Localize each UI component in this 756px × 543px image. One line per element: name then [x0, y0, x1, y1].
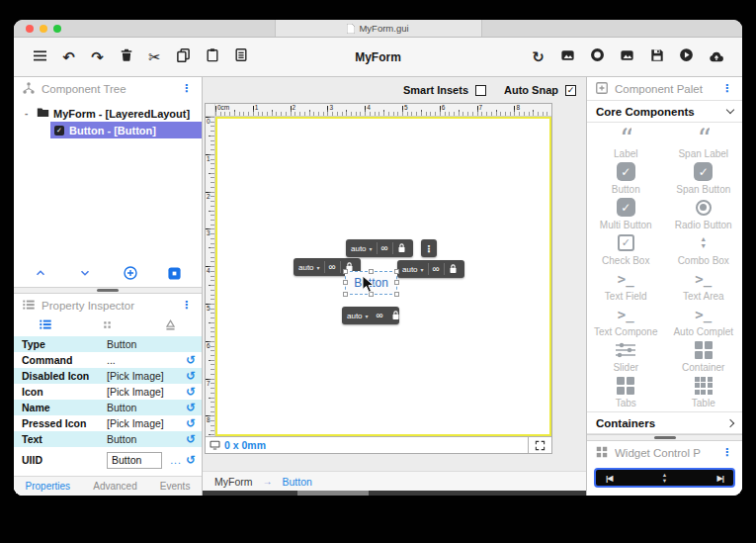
property-value[interactable]: Button	[107, 433, 182, 445]
palette-item-multi-button[interactable]: ✓Multi Button	[587, 196, 665, 231]
palette-item-text-area[interactable]: >_Text Area	[665, 267, 743, 303]
breadcrumb-myform[interactable]: MyForm	[214, 476, 253, 488]
resize-handle[interactable]	[343, 269, 348, 274]
document-tab[interactable]: MyForm.gui	[275, 20, 482, 37]
lock-icon[interactable]	[397, 239, 406, 257]
fullscreen-button[interactable]	[528, 437, 551, 453]
reset-property-button[interactable]: ↺	[186, 353, 196, 367]
tab-events[interactable]: Events	[160, 481, 191, 492]
widget-menu-button[interactable]: ⋮	[719, 446, 734, 459]
paste-button[interactable]	[202, 46, 222, 67]
property-row-name[interactable]: NameButton↺	[14, 400, 202, 415]
tree-menu-button[interactable]: ⋮	[179, 82, 194, 95]
palette-menu-button[interactable]: ⋮	[719, 82, 734, 95]
redo-button[interactable]: ↷	[87, 46, 108, 67]
palette-item-button[interactable]: ✓Button	[587, 160, 665, 196]
scrollbar-thumb[interactable]	[297, 491, 369, 496]
resize-handle[interactable]	[394, 292, 399, 297]
reset-property-button[interactable]: ↺	[186, 385, 196, 399]
constraint-left-dropdown[interactable]: auto▾	[298, 263, 320, 272]
infinity-button[interactable]: ∞	[433, 264, 440, 274]
resize-handle[interactable]	[369, 269, 374, 274]
resize-handle[interactable]	[394, 269, 399, 274]
palette-item-table[interactable]: Table	[665, 374, 743, 409]
resize-handle[interactable]	[394, 280, 399, 285]
minimize-window-button[interactable]	[40, 25, 47, 33]
panel-splitter[interactable]	[14, 287, 202, 294]
constraint-bottom-dropdown[interactable]: auto▾	[347, 312, 369, 320]
tree-item-myform-layeredlayout[interactable]: -MyForm - [LayeredLayout]	[14, 105, 202, 122]
resize-handle[interactable]	[343, 292, 348, 297]
section-core-components[interactable]: Core Components	[587, 100, 742, 123]
copy-button[interactable]	[173, 46, 194, 67]
property-row-text[interactable]: TextButton↺	[14, 431, 202, 447]
property-value[interactable]: ...	[107, 354, 182, 366]
uiid-more-button[interactable]: ...	[170, 454, 182, 466]
lock-icon[interactable]	[391, 307, 400, 324]
infinity-button[interactable]: ∞	[381, 243, 388, 253]
property-row-disabled-icon[interactable]: Disabled Icon[Pick Image]↺	[14, 368, 202, 384]
reset-property-button[interactable]: ↺	[186, 401, 196, 414]
style-view-tab[interactable]	[161, 317, 179, 335]
horizontal-scrollbar[interactable]	[203, 491, 586, 496]
tab-properties[interactable]: Properties	[26, 481, 71, 492]
spin-up-button[interactable]: ▲	[662, 473, 667, 477]
reset-property-button[interactable]: ↺	[186, 432, 196, 446]
cut-button[interactable]: ✂	[144, 46, 165, 67]
tree-item-button-button[interactable]: ✓Button - [Button]	[50, 122, 202, 138]
palette-item-span-button[interactable]: ✓Span Button	[665, 160, 743, 196]
undo-button[interactable]: ↶	[58, 46, 79, 67]
constraint-right-dropdown[interactable]: auto▾	[402, 265, 424, 274]
record-button[interactable]	[587, 46, 608, 67]
run-button[interactable]	[676, 46, 697, 67]
add-component-button[interactable]	[122, 266, 139, 284]
reset-property-button[interactable]: ↺	[186, 369, 196, 383]
save-button[interactable]	[646, 46, 667, 67]
list-view-tab[interactable]	[37, 317, 54, 335]
resize-handle[interactable]	[343, 280, 348, 285]
section-containers[interactable]: Containers	[587, 411, 742, 434]
grid-view-tab[interactable]	[99, 317, 117, 335]
spin-down-button[interactable]: ▼	[662, 479, 667, 483]
document-button[interactable]	[230, 46, 251, 67]
palette-item-span-label[interactable]: “Span Label	[665, 125, 743, 160]
palette-item-text-field[interactable]: >_Text Field	[587, 267, 665, 303]
tab-advanced[interactable]: Advanced	[93, 481, 136, 492]
uiid-input[interactable]: Button	[107, 452, 162, 469]
collapse-toggle-icon[interactable]: -	[25, 108, 33, 119]
palette-item-text-compone[interactable]: >_Text Compone	[587, 303, 665, 338]
skip-forward-button[interactable]: ▶|	[717, 474, 723, 483]
property-row-icon[interactable]: Icon[Pick Image]↺	[14, 384, 202, 400]
constraint-top-dropdown[interactable]: auto▾	[351, 244, 373, 253]
property-row-type[interactable]: TypeButton	[14, 336, 202, 352]
palette-item-check-box[interactable]: ✓Check Box	[587, 231, 665, 267]
property-row-uiid[interactable]: UIIDButton...↺	[14, 447, 202, 473]
collapse-button[interactable]	[32, 266, 49, 284]
image-button[interactable]	[617, 46, 637, 67]
property-value[interactable]: Button	[107, 338, 196, 350]
trash-button[interactable]	[116, 46, 136, 67]
reset-property-button[interactable]: ↺	[186, 416, 196, 430]
close-window-button[interactable]	[26, 25, 34, 33]
property-value[interactable]: [Pick Image]	[107, 417, 182, 429]
reset-property-button[interactable]: ↺	[186, 453, 196, 467]
property-value[interactable]: [Pick Image]	[107, 386, 182, 398]
refresh-button[interactable]: ↻	[528, 46, 548, 67]
palette-item-auto-complet[interactable]: >_Auto Complet	[665, 303, 743, 338]
widget-mode-button[interactable]	[166, 266, 184, 284]
palette-item-radio-button[interactable]: Radio Button	[665, 196, 743, 231]
constraint-menu-button[interactable]: ⋮	[421, 239, 437, 257]
palette-item-combo-box[interactable]: ▲▼Combo Box	[665, 231, 743, 267]
property-row-command[interactable]: Command...↺	[14, 352, 202, 368]
palette-item-slider[interactable]: Slider	[587, 338, 665, 374]
infinity-button[interactable]: ∞	[329, 262, 336, 272]
screenshot-button[interactable]	[557, 46, 578, 67]
property-value[interactable]: Button	[107, 402, 182, 413]
infinity-button[interactable]: ∞	[377, 311, 383, 320]
palette-splitter[interactable]	[587, 434, 742, 441]
property-value[interactable]: [Pick Image]	[107, 370, 182, 382]
palette-item-label[interactable]: “Label	[587, 125, 665, 160]
lock-icon[interactable]	[449, 260, 458, 278]
property-row-pressed-icon[interactable]: Pressed Icon[Pick Image]↺	[14, 415, 202, 431]
design-surface[interactable]: auto▾∞auto▾∞auto▾∞auto▾∞⋮Button	[215, 117, 551, 436]
